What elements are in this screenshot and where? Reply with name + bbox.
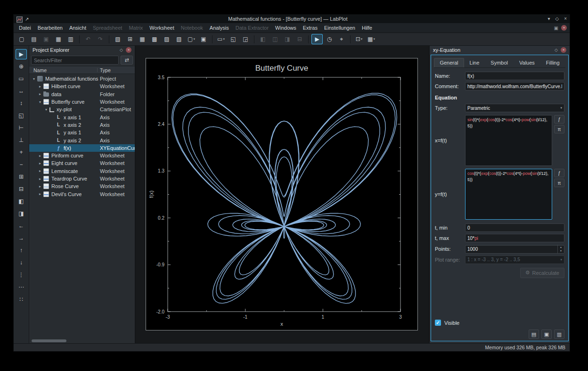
crosshair-mode-button[interactable]: ⊕ — [16, 61, 27, 72]
t-min-input[interactable] — [465, 223, 564, 232]
template-options-button[interactable]: ▥ — [554, 330, 564, 339]
tree-item-hilbert-curve[interactable]: ▸Hilbert curveWorksheet — [29, 82, 135, 90]
expand-arrow-icon[interactable]: ▸ — [37, 169, 43, 173]
minimize-button[interactable]: ▾ — [547, 15, 550, 23]
tree-item-x-axis-2[interactable]: Lx axis 2Axis — [29, 121, 135, 129]
expand-arrow-icon[interactable]: ▸ — [37, 184, 43, 189]
load-template-button[interactable]: ▤ — [529, 330, 539, 339]
column-divider[interactable] — [97, 68, 98, 72]
insert-function-button[interactable]: ƒ — [554, 169, 564, 177]
new-notebook-button[interactable]: ▧ — [173, 34, 185, 44]
y-equation-input[interactable]: cos(t)*(exp(cos(t))-2*cos(4*t)-pow(sin(t… — [465, 169, 552, 220]
name-input[interactable] — [465, 72, 564, 80]
select-region-button[interactable]: ⌖ — [336, 34, 347, 44]
collapse-arrow-icon[interactable]: ▾ — [43, 107, 49, 112]
visible-checkbox[interactable]: ✓ — [435, 320, 441, 326]
spin-down-icon[interactable]: ▾ — [560, 249, 562, 252]
toolbar-overflow-icon[interactable]: ▣ — [554, 25, 558, 31]
float-dock-icon[interactable]: ◇ — [555, 48, 558, 52]
more-tools-button[interactable]: ∷ — [16, 294, 27, 305]
new-worksheet-button[interactable]: ▨ — [161, 34, 172, 44]
zoom-in-y-button[interactable]: ◧ — [16, 196, 27, 206]
save-template-button[interactable]: ▣ — [541, 330, 552, 339]
shift-down-y-button[interactable]: ↓ — [16, 257, 27, 268]
title-bar[interactable]: ↗ Mathematical functions - [Butterfly cu… — [14, 15, 570, 23]
points-input[interactable] — [465, 245, 564, 254]
menu-worksheet[interactable]: Worksheet — [146, 23, 177, 33]
auto-scale-x-button[interactable]: ⊢ — [16, 123, 27, 133]
new-plot-button[interactable]: ▢▾ — [186, 34, 197, 44]
zoom-in-x-button[interactable]: ⊞ — [16, 172, 27, 182]
worksheet-view[interactable]: -3-1133.52.41.30.2-0.9-2.0 Butterfly Cur… — [136, 46, 429, 343]
zoom-select-mode-button[interactable]: ▭ — [16, 74, 27, 84]
print-button[interactable]: ▦ — [53, 34, 64, 44]
fit-to-width-button[interactable]: ◲ — [240, 34, 251, 44]
new-workbook-button[interactable]: ⊞ — [124, 34, 136, 44]
zoom-out-y-button[interactable]: ◨ — [16, 208, 27, 219]
cursor-mode-button[interactable]: ⋮ — [16, 270, 27, 280]
tab-general[interactable]: General — [434, 58, 464, 67]
zoom-mode-button[interactable]: ▭▾ — [215, 34, 227, 44]
import-data-button[interactable]: ▣ — [198, 34, 209, 44]
fit-to-page-button[interactable]: ◱ — [228, 34, 239, 44]
tab-line[interactable]: Line — [464, 58, 485, 67]
new-matrix-button[interactable]: ▩ — [149, 34, 160, 44]
worksheet-page[interactable]: -3-1133.52.41.30.2-0.9-2.0 Butterfly Cur… — [146, 58, 418, 330]
zoom-out-x-button[interactable]: ⊟ — [16, 184, 27, 194]
new-spreadsheet-button[interactable]: ▦ — [137, 34, 148, 44]
tab-symbol[interactable]: Symbol — [485, 58, 514, 67]
new-folder-button[interactable]: ▧ — [112, 34, 123, 44]
tree-item-mathematical-functions[interactable]: ▾Mathematical functionsProject — [29, 75, 135, 82]
add-new-button[interactable]: ▦▾ — [366, 34, 377, 44]
equation-type-select[interactable]: Parametric ▾ — [465, 104, 564, 112]
tree-item-lemniscate[interactable]: ▸LemniscateWorksheet — [29, 167, 135, 175]
tree-item-butterfly-curve[interactable]: ▾Butterfly curveWorksheet — [29, 98, 135, 106]
tree-item-f-x[interactable]: ƒf(x)XYEquationCurve — [29, 144, 135, 152]
search-input[interactable] — [31, 56, 119, 65]
close-dock-icon[interactable]: × — [126, 47, 131, 53]
shift-up-y-button[interactable]: ↑ — [16, 245, 27, 256]
tree-item-piriform-curve[interactable]: ▸Piriform curveWorksheet — [29, 152, 135, 159]
cartesian-plot-actions-button[interactable]: ⊡▾ — [353, 34, 365, 44]
tree-item-xy-plot[interactable]: ▾xy-plotCartesianPlot — [29, 106, 135, 113]
select-mode-button[interactable]: ▶ — [16, 49, 27, 59]
new-project-button[interactable]: ▢ — [16, 34, 27, 44]
menu-analysis[interactable]: Analysis — [206, 23, 232, 33]
expand-arrow-icon[interactable]: ▸ — [37, 192, 43, 196]
zoom-x-select-mode-button[interactable]: ↔ — [16, 86, 27, 96]
menu-windows[interactable]: Windows — [272, 23, 300, 33]
zoom-in-button[interactable]: + — [16, 147, 27, 157]
expand-arrow-icon[interactable]: ▸ — [37, 154, 43, 158]
auto-scale-y-button[interactable]: ⊥ — [16, 135, 27, 145]
comment-input[interactable] — [465, 82, 564, 91]
menu-extras[interactable]: Extras — [300, 23, 321, 33]
expand-arrow-icon[interactable]: ▸ — [37, 161, 43, 165]
close-button[interactable]: × — [564, 15, 567, 23]
shift-left-x-button[interactable]: ← — [16, 221, 27, 231]
menu-ansicht[interactable]: Ansicht — [66, 23, 90, 33]
tree-item-teardrop-curve[interactable]: ▸Teardrop CurveWorksheet — [29, 175, 135, 182]
collapse-arrow-icon[interactable]: ▾ — [31, 77, 37, 81]
t-max-input[interactable]: 10*pi — [465, 234, 564, 242]
menu-bearbeiten[interactable]: Bearbeiten — [34, 23, 66, 33]
presenter-mode-button[interactable]: ▶ — [311, 34, 323, 44]
menu-hilfe[interactable]: Hilfe — [359, 23, 376, 33]
zoom-out-button[interactable]: − — [16, 159, 27, 170]
horizontal-scrollbar[interactable] — [29, 338, 135, 343]
menubar-close-icon[interactable]: × — [561, 25, 567, 31]
expand-arrow-icon[interactable]: ▸ — [37, 84, 43, 89]
tree-item-x-axis-1[interactable]: Lx axis 1Axis — [29, 113, 135, 121]
tree-item-y-axis-2[interactable]: Ly axis 2Axis — [29, 136, 135, 144]
data-picker-mode-button[interactable]: ⋯ — [16, 282, 27, 292]
x-equation-input[interactable]: sin(t)*(exp(cos(t))-2*cos(4*t)-pow(sin(t… — [465, 115, 552, 166]
tree-item-y-axis-1[interactable]: Ly axis 1Axis — [29, 129, 135, 136]
float-dock-icon[interactable]: ◇ — [120, 48, 123, 52]
tree-item-data[interactable]: ▸dataFolder — [29, 91, 135, 98]
tree-column-headers[interactable]: Name Type — [29, 66, 135, 74]
shift-right-x-button[interactable]: → — [16, 233, 27, 243]
restore-button[interactable]: ◇ — [555, 15, 559, 23]
filter-options-button[interactable]: ⇄ — [121, 56, 133, 65]
collapse-arrow-icon[interactable]: ▾ — [37, 100, 43, 104]
expand-arrow-icon[interactable]: ▸ — [37, 92, 43, 96]
menu-datei[interactable]: Datei — [16, 23, 34, 33]
